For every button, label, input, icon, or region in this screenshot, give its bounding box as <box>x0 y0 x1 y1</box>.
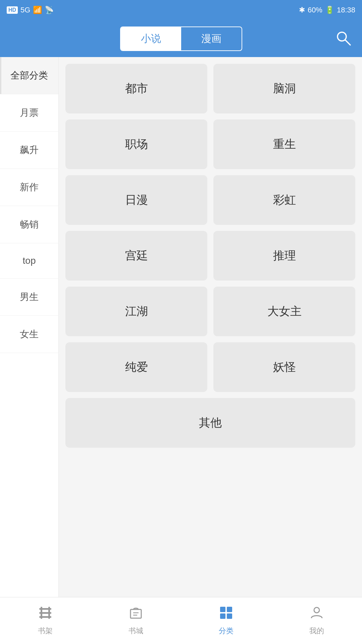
bottom-nav: 书架 书城 分类 <box>0 597 362 644</box>
sidebar-item-bestseller[interactable]: 畅销 <box>0 206 58 243</box>
category-grid: 都市 脑洞 职场 重生 日漫 彩虹 宫廷 推理 <box>59 57 362 611</box>
category-chongsheng[interactable]: 重生 <box>213 119 355 169</box>
battery-icon: 🔋 <box>325 6 334 14</box>
status-bar: HD 5G 📶 📡 ✱ 60% 🔋 18:38 <box>0 0 362 20</box>
category-jianghu[interactable]: 江湖 <box>65 287 207 336</box>
sidebar-item-male[interactable]: 男生 <box>0 279 58 316</box>
svg-rect-7 <box>131 609 141 618</box>
category-yaoguai[interactable]: 妖怪 <box>213 342 355 392</box>
main-content: 全部分类 月票 飙升 新作 畅销 top 男生 女生 <box>0 57 362 611</box>
svg-line-1 <box>345 40 350 45</box>
nav-label-store: 书城 <box>128 626 143 636</box>
shelf-icon <box>38 605 53 623</box>
search-icon <box>335 30 352 47</box>
main-wrapper: 全部分类 月票 飙升 新作 畅销 top 男生 女生 <box>0 57 362 644</box>
nav-item-shelf[interactable]: 书架 <box>28 602 63 639</box>
category-gongting[interactable]: 宫廷 <box>65 231 207 281</box>
tab-comic[interactable]: 漫画 <box>181 27 242 50</box>
search-button[interactable] <box>335 30 352 48</box>
category-riman[interactable]: 日漫 <box>65 175 207 225</box>
sidebar: 全部分类 月票 飙升 新作 畅销 top 男生 女生 <box>0 57 59 611</box>
nav-item-store[interactable]: 书城 <box>118 602 153 639</box>
svg-rect-12 <box>220 613 225 619</box>
bluetooth-icon: ✱ <box>299 6 305 14</box>
nav-label-mine: 我的 <box>309 626 324 636</box>
wifi-icon: 📡 <box>45 6 54 14</box>
status-left: HD 5G 📶 📡 <box>7 6 54 14</box>
category-dushi[interactable]: 都市 <box>65 64 207 113</box>
svg-rect-6 <box>48 607 50 619</box>
svg-rect-13 <box>227 613 232 619</box>
sidebar-item-rising[interactable]: 飙升 <box>0 132 58 169</box>
sidebar-item-monthly[interactable]: 月票 <box>0 94 58 132</box>
hd-badge: HD <box>7 6 18 14</box>
svg-point-14 <box>314 607 319 613</box>
sidebar-item-female[interactable]: 女生 <box>0 316 58 353</box>
nav-item-category[interactable]: 分类 <box>209 602 244 639</box>
app-header: 小说 漫画 <box>0 20 362 57</box>
tab-novel[interactable]: 小说 <box>121 27 181 50</box>
svg-rect-11 <box>227 607 232 612</box>
sidebar-item-new[interactable]: 新作 <box>0 169 58 206</box>
nav-label-shelf: 书架 <box>38 626 53 636</box>
svg-rect-5 <box>41 607 42 619</box>
time-display: 18:38 <box>337 6 355 14</box>
sidebar-item-top[interactable]: top <box>0 243 58 279</box>
category-icon <box>219 605 234 623</box>
status-right: ✱ 60% 🔋 18:38 <box>299 6 355 14</box>
category-zhichang[interactable]: 职场 <box>65 119 207 169</box>
nav-label-category: 分类 <box>219 626 234 636</box>
mine-icon <box>309 605 324 623</box>
category-qita[interactable]: 其他 <box>65 398 355 448</box>
svg-rect-10 <box>220 607 225 612</box>
store-icon <box>128 605 143 623</box>
nav-item-mine[interactable]: 我的 <box>299 602 334 639</box>
network-icon: 📶 <box>33 6 42 14</box>
category-caihong[interactable]: 彩虹 <box>213 175 355 225</box>
category-danvzhu[interactable]: 大女主 <box>213 287 355 336</box>
tab-group: 小说 漫画 <box>120 27 242 51</box>
category-chunai[interactable]: 纯爱 <box>65 342 207 392</box>
category-tuili[interactable]: 推理 <box>213 231 355 281</box>
battery-text: 60% <box>308 6 322 14</box>
category-naodong[interactable]: 脑洞 <box>213 64 355 113</box>
sidebar-item-all[interactable]: 全部分类 <box>0 57 58 94</box>
signal-icon: 5G <box>20 6 30 14</box>
